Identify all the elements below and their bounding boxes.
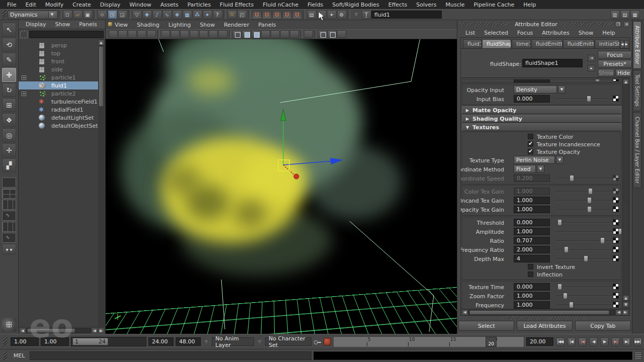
outliner-filter-icon[interactable] <box>20 31 28 38</box>
outliner-menu-show[interactable]: Show <box>51 21 74 28</box>
paint-select-tool-icon[interactable]: ✎ <box>2 53 16 67</box>
panel-menu-show[interactable]: Show <box>196 21 219 29</box>
ae-menu-help[interactable]: Help <box>598 29 619 37</box>
tab-time1[interactable]: time1 <box>512 39 531 48</box>
dock-tab-attribute-editor[interactable]: Attribute Editor <box>633 21 641 69</box>
snap-to-plane-icon[interactable]: Ω <box>282 10 292 19</box>
mask-dynamics-icon[interactable]: ⁂ <box>193 10 202 19</box>
menu-muscle[interactable]: Muscle <box>442 1 469 9</box>
step-back-frame-button[interactable]: |◀ <box>567 337 576 346</box>
outliner-horizontal-scrollbar[interactable]: ◀ ◀ ▶ <box>19 327 105 334</box>
panel-menu-panels[interactable]: Panels <box>254 21 280 29</box>
menu-pipeline-cache[interactable]: Pipeline Cache <box>470 1 519 9</box>
menu-modify[interactable]: Modify <box>41 1 67 9</box>
render-current-frame-icon[interactable]: ✧ <box>317 10 327 19</box>
menu-fluid-ncache[interactable]: Fluid nCache <box>259 1 302 9</box>
use-default-material-icon[interactable] <box>261 30 270 38</box>
load-attributes-button[interactable]: Load Attributes <box>517 321 573 331</box>
zoom-factor-slider[interactable] <box>556 296 621 297</box>
mask-joints-icon[interactable]: ♪ <box>152 10 162 19</box>
scrollbar-thumb[interactable] <box>99 46 104 107</box>
map-button-icon[interactable] <box>613 228 619 234</box>
xray-joints-icon[interactable] <box>328 30 337 38</box>
snap-to-curve-icon[interactable]: Ω <box>262 10 272 19</box>
menu-fields[interactable]: Fields <box>303 1 327 9</box>
coordinate-method-dropdown[interactable]: Fixed <box>514 165 536 173</box>
tab-fluidemitter1[interactable]: fluidEmitter1 <box>531 39 562 48</box>
ae-menu-focus[interactable]: Focus <box>513 29 537 37</box>
show-manipulator-tool-icon[interactable]: ✛ <box>2 143 16 157</box>
threshold-field[interactable]: 0.000 <box>514 219 550 226</box>
separator[interactable] <box>94 10 96 19</box>
scrollbar-thumb[interactable] <box>27 328 75 333</box>
smooth-shade-display-icon[interactable] <box>242 30 251 38</box>
frequency-field[interactable]: 1.000 <box>514 301 550 309</box>
set-key-icon[interactable] <box>313 339 321 345</box>
ae-horizontal-scrollbar[interactable]: ◀ ◀ ▶ <box>461 309 629 315</box>
textured-display-icon[interactable] <box>252 30 261 38</box>
lights-toggle-icon[interactable] <box>271 30 280 38</box>
map-button-icon[interactable] <box>613 79 619 81</box>
texture-opacity-checkbox[interactable] <box>528 149 533 154</box>
map-button-icon[interactable] <box>613 302 619 308</box>
viewport-canvas[interactable] <box>106 39 457 334</box>
universal-manipulator-icon[interactable]: ❖ <box>2 113 16 127</box>
chevron-down-icon[interactable]: ▼ <box>558 85 566 94</box>
separator[interactable] <box>248 10 251 19</box>
go-to-end-button[interactable]: ▶▶| <box>633 337 642 346</box>
outliner-menu-display[interactable]: Display <box>22 21 50 28</box>
opacity-tex-gain-slider[interactable] <box>556 209 621 210</box>
selection-mask-dropdown-icon[interactable]: ▽ <box>132 10 142 19</box>
scroll-up-icon[interactable]: ▲ <box>98 40 104 45</box>
dock-tab-channel-box[interactable]: Channel Box / Layer Editor <box>633 112 641 188</box>
menu-edit[interactable]: Edit <box>21 1 40 9</box>
render-settings-icon[interactable]: ⚙ <box>337 10 347 19</box>
scroll-down-icon[interactable]: ▼ <box>623 302 629 307</box>
select-tool-icon[interactable]: ↖ <box>2 23 16 37</box>
layout-outliner-persp-button[interactable] <box>2 200 16 210</box>
invert-texture-checkbox[interactable] <box>528 264 533 269</box>
anim-start-field[interactable]: 1.00 <box>41 337 69 346</box>
make-live-icon[interactable]: Ω <box>292 10 302 19</box>
step-forward-key-button[interactable]: ▶| <box>611 337 620 346</box>
tab-fluid1[interactable]: fluid1 <box>463 39 481 48</box>
panel-menu-lighting[interactable]: Lighting <box>165 21 195 29</box>
attribute-editor-titlebar[interactable]: Attribute Editor ❐ ✕ <box>457 20 632 28</box>
soft-modification-tool-icon[interactable]: ◎ <box>2 128 16 142</box>
expand-icon[interactable]: + <box>22 75 26 80</box>
play-backwards-button[interactable]: ◀ <box>589 337 598 346</box>
mel-toggle[interactable]: MEL <box>11 352 28 359</box>
frequency-ratio-field[interactable]: 2.000 <box>514 246 550 253</box>
snap-to-point-icon[interactable]: Ω <box>272 10 282 19</box>
depth-max-slider[interactable] <box>556 258 621 259</box>
ae-vertical-scrollbar[interactable]: ▲ ▲ ▼ <box>622 78 629 308</box>
toggle-attribute-editor-icon[interactable]: ▥ <box>610 10 620 19</box>
dock-tab-tool-settings[interactable]: Tool Settings <box>633 70 641 111</box>
mask-curves-icon[interactable]: ∿ <box>163 10 172 19</box>
threshold-slider[interactable] <box>556 222 621 223</box>
select-object-mode-icon[interactable]: ◳ <box>108 10 117 19</box>
layout-dropdown-buttons[interactable]: ▾ ▾ <box>2 244 16 255</box>
lock-camera-icon[interactable] <box>118 30 127 38</box>
mask-handles-icon[interactable]: ✚ <box>142 10 152 19</box>
snap-to-grid-icon[interactable]: Ω <box>252 10 262 19</box>
outliner-item-persp[interactable]: persp <box>19 41 98 49</box>
play-forwards-button[interactable]: ▶ <box>600 337 609 346</box>
chevron-down-icon[interactable]: ▼ <box>556 156 564 164</box>
script-editor-icon[interactable] <box>634 352 642 359</box>
mask-surfaces-icon[interactable]: ❖ <box>173 10 182 19</box>
mask-rendering-icon[interactable]: ✦ <box>203 10 212 19</box>
highlight-selection-icon[interactable]: ◰ <box>237 10 247 19</box>
ratio-field[interactable]: 0.707 <box>514 237 550 244</box>
isolate-select-icon[interactable] <box>304 30 313 38</box>
menu-effects[interactable]: Effects <box>384 1 411 9</box>
panel-menu-view[interactable]: View <box>111 21 132 29</box>
field-mode-dropdown-icon[interactable]: ▽ <box>352 10 361 19</box>
scroll-right-icon[interactable]: ▶ <box>622 310 628 315</box>
separator[interactable] <box>303 10 305 19</box>
separator[interactable] <box>348 10 350 19</box>
map-button-icon[interactable] <box>613 197 619 203</box>
show-list-icon[interactable]: ▸ <box>588 65 595 71</box>
step-back-key-button[interactable]: |◀ <box>578 337 587 346</box>
ae-menu-list[interactable]: List <box>461 29 479 37</box>
